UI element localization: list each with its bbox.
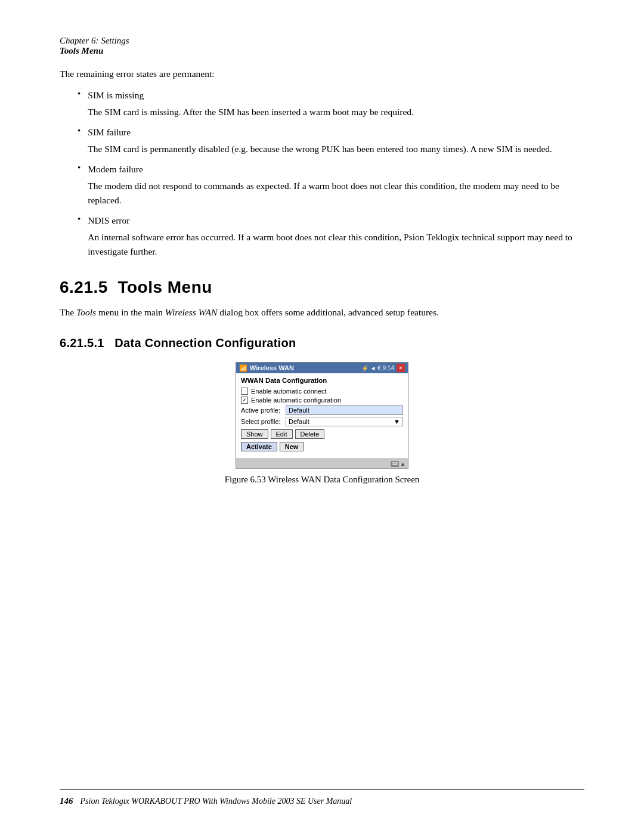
- device-content: WWAN Data Configuration Enable automatic…: [236, 373, 408, 459]
- device-screen: 📶 Wireless WAN ⚡ ◄ € 9:14 × WWAN Data Co…: [236, 362, 408, 469]
- footer-page-number: 146: [60, 796, 73, 806]
- active-profile-label: Active profile:: [241, 407, 286, 414]
- select-profile-label: Select profile:: [241, 418, 286, 425]
- new-button[interactable]: New: [280, 442, 304, 451]
- titlebar-left: 📶 Wireless WAN: [239, 364, 294, 372]
- show-button[interactable]: Show: [241, 429, 268, 439]
- list-item: • Modem failure The modem did not respon…: [78, 162, 584, 208]
- enable-auto-connect-checkbox[interactable]: [241, 388, 248, 395]
- edit-button[interactable]: Edit: [271, 429, 293, 439]
- scroll-arrow: ▲: [400, 461, 405, 467]
- close-button[interactable]: ×: [397, 364, 405, 372]
- device-bottom-bar: ⌨ ▲: [236, 459, 408, 468]
- bullet-content: SIM failure The SIM card is permanently …: [88, 125, 584, 156]
- figure-container: 📶 Wireless WAN ⚡ ◄ € 9:14 × WWAN Data Co…: [60, 362, 584, 485]
- titlebar-app-icon: 📶: [239, 364, 247, 372]
- enable-auto-config-row: Enable automatic configuration: [241, 397, 403, 404]
- dropdown-arrow-icon: ▼: [394, 418, 400, 425]
- section-heading: 6.21.5 Tools Menu: [60, 278, 584, 297]
- enable-auto-config-label: Enable automatic configuration: [251, 397, 341, 404]
- list-item: • SIM failure The SIM card is permanentl…: [78, 125, 584, 156]
- bullet-dot: •: [78, 214, 80, 224]
- section-body-text: The Tools menu in the main Wireless WAN …: [60, 305, 584, 320]
- active-profile-row: Active profile: Default: [241, 405, 403, 415]
- bullet-title: NDIS error: [88, 213, 584, 228]
- bullet-content: NDIS error An internal software error ha…: [88, 213, 584, 259]
- enable-auto-config-checkbox[interactable]: [241, 397, 248, 404]
- bullet-content: SIM is missing The SIM card is missing. …: [88, 88, 584, 119]
- titlebar-app-name: Wireless WAN: [250, 364, 294, 371]
- delete-button[interactable]: Delete: [295, 429, 325, 439]
- buttons-row-1: Show Edit Delete: [241, 429, 403, 439]
- intro-text: The remaining error states are permanent…: [60, 67, 584, 81]
- bullet-list: • SIM is missing The SIM card is missing…: [78, 88, 584, 259]
- enable-auto-connect-row: Enable automatic connect: [241, 388, 403, 395]
- bullet-description: The SIM card is missing. After the SIM h…: [88, 105, 584, 119]
- keyboard-icon: ⌨: [391, 461, 399, 467]
- bullet-title: Modem failure: [88, 162, 584, 176]
- activate-button[interactable]: Activate: [241, 442, 277, 451]
- list-item: • NDIS error An internal software error …: [78, 213, 584, 259]
- bullet-title: SIM is missing: [88, 88, 584, 103]
- active-profile-value: Default: [286, 405, 403, 415]
- chapter-header: Chapter 6: Settings Tools Menu: [60, 36, 584, 56]
- bullet-dot: •: [78, 126, 80, 136]
- section-title: Tools Menu: [117, 278, 212, 296]
- select-profile-value: Default: [289, 418, 309, 425]
- list-item: • SIM is missing The SIM card is missing…: [78, 88, 584, 119]
- bullet-content: Modem failure The modem did not respond …: [88, 162, 584, 208]
- bullet-description: The modem did not respond to commands as…: [88, 179, 584, 208]
- device-titlebar: 📶 Wireless WAN ⚡ ◄ € 9:14 ×: [236, 363, 408, 373]
- subsection-title: Data Connection Configuration: [114, 336, 296, 349]
- bullet-description: An internal software error has occurred.…: [88, 230, 584, 259]
- figure-caption: Figure 6.53 Wireless WAN Data Configurat…: [225, 475, 420, 485]
- enable-auto-connect-label: Enable automatic connect: [251, 388, 327, 395]
- device-section-title: WWAN Data Configuration: [241, 377, 403, 384]
- titlebar-status-icons: ⚡ ◄ € 9:14: [361, 365, 394, 371]
- select-profile-dropdown[interactable]: Default ▼: [286, 417, 403, 426]
- subsection-number: 6.21.5.1: [60, 336, 104, 349]
- select-profile-row: Select profile: Default ▼: [241, 417, 403, 426]
- page-footer: 146 Psion Teklogix WORKABOUT PRO With Wi…: [60, 789, 584, 806]
- chapter-subtitle: Tools Menu: [60, 46, 584, 56]
- chapter-title: Chapter 6: Settings: [60, 36, 584, 46]
- bullet-description: The SIM card is permanently disabled (e.…: [88, 142, 584, 156]
- footer-text: Psion Teklogix WORKABOUT PRO With Window…: [80, 797, 352, 806]
- bullet-title: SIM failure: [88, 125, 584, 140]
- section-number: 6.21.5: [60, 278, 108, 296]
- titlebar-right: ⚡ ◄ € 9:14 ×: [361, 364, 405, 372]
- subsection-heading: 6.21.5.1 Data Connection Configuration: [60, 336, 584, 350]
- bullet-dot: •: [78, 89, 80, 99]
- buttons-row-2: Activate New: [241, 442, 403, 451]
- bullet-dot: •: [78, 163, 80, 173]
